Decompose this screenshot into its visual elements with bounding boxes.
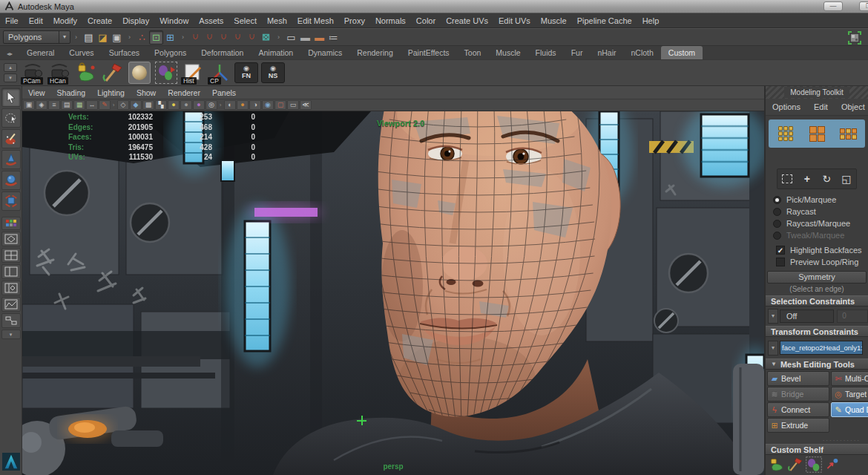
shadows-icon[interactable]: ●: [180, 100, 192, 110]
shelf-tab[interactable]: Muscle: [488, 46, 527, 59]
restore-button[interactable]: ❐: [859, 1, 868, 11]
render-view-icon[interactable]: ▭: [284, 30, 298, 45]
snapshot-share-icon[interactable]: ≪: [300, 100, 312, 110]
chevron-down-icon[interactable]: ▾: [768, 309, 778, 324]
snap-to-curve-icon[interactable]: ∩: [203, 30, 217, 45]
symmetry-button[interactable]: Symmetry: [767, 271, 867, 284]
modeling-toolkit-toggle-icon[interactable]: [847, 30, 862, 45]
shelf-tab[interactable]: Fur: [564, 46, 591, 59]
raycast-radio[interactable]: Raycast: [773, 206, 868, 217]
wireframe-icon[interactable]: ◇: [117, 100, 129, 110]
scale-tool-button[interactable]: ◱: [838, 171, 855, 187]
modeling-toolkit-title-bar[interactable]: Modeling Toolkit: [766, 86, 868, 99]
snap-to-grid-icon[interactable]: ∩: [188, 30, 203, 45]
layout-two-pane-button[interactable]: [1, 264, 21, 279]
layout-hypergraph-button[interactable]: [1, 313, 21, 328]
textured-icon[interactable]: ▩: [142, 100, 154, 110]
multi-cut-button[interactable]: ✄ Multi-Cut: [831, 371, 868, 386]
exposure-icon[interactable]: ◑: [249, 100, 261, 110]
menu-item[interactable]: Assets: [194, 13, 228, 28]
bridge-button[interactable]: ≋ Bridge: [767, 387, 829, 402]
snap-to-point-icon[interactable]: ∩: [217, 30, 231, 45]
vertex-mode-button[interactable]: [772, 122, 799, 145]
menu-item[interactable]: Window: [154, 13, 194, 28]
shelf-tab[interactable]: nHair: [590, 46, 623, 59]
lasso-tool-button[interactable]: [1, 108, 21, 128]
toolbar-collapser[interactable]: ›: [180, 30, 186, 44]
checker-icon[interactable]: ▚: [155, 100, 167, 110]
new-scene-icon[interactable]: ▤: [82, 30, 96, 45]
menu-item[interactable]: Help: [637, 13, 665, 28]
shelf-item-pcam[interactable]: PCam: [20, 60, 45, 85]
shelf-menu-buttons[interactable]: ▴▾: [1, 61, 19, 85]
menu-item[interactable]: Create: [82, 13, 117, 28]
screen-space-ao-icon[interactable]: ●: [193, 100, 205, 110]
menu-item[interactable]: Mesh: [262, 13, 292, 28]
shelf-tab[interactable]: Surfaces: [102, 46, 147, 59]
layout-more-dropdown[interactable]: ▾: [1, 330, 21, 339]
shelf-tab[interactable]: Polygons: [147, 46, 194, 59]
tweak-marquee-radio[interactable]: Tweak/Marquee: [773, 229, 868, 241]
selection-set-shelf-icon[interactable]: [806, 456, 822, 473]
menu-item[interactable]: Display: [117, 13, 154, 28]
select-tool-button[interactable]: [1, 88, 21, 107]
bookmarks-icon[interactable]: ▤: [61, 100, 73, 110]
move-tool-button[interactable]: [1, 150, 21, 169]
image-plane-icon[interactable]: ▦: [73, 100, 85, 110]
minimize-button[interactable]: —: [823, 1, 843, 11]
arrow-shelf-icon[interactable]: [824, 456, 841, 473]
shelf-tab-arrows-icon[interactable]: ◂▸: [0, 48, 19, 59]
shelf-item-hist[interactable]: Hist: [180, 60, 206, 85]
quad-draw-button[interactable]: ✎ Quad Draw: [831, 402, 868, 417]
menu-item[interactable]: Edit Mesh: [292, 13, 339, 28]
layout-graph-persp-button[interactable]: [1, 297, 21, 312]
shelf-tab[interactable]: Deformation: [194, 46, 251, 59]
shelf-item-hcan[interactable]: HCan: [47, 60, 72, 85]
bevel-button[interactable]: ▰ Bevel: [767, 371, 829, 386]
toolbar-collapser[interactable]: ›: [126, 30, 133, 44]
menu-item[interactable]: Modify: [48, 13, 82, 28]
viewport-menu-item[interactable]: View: [22, 86, 51, 99]
shelf-tab[interactable]: Rendering: [349, 46, 400, 59]
axe-shelf-icon[interactable]: [787, 456, 803, 473]
shelf-tab[interactable]: Toon: [457, 46, 489, 59]
menu-item[interactable]: Muscle: [536, 13, 572, 28]
shelf-tab[interactable]: Curves: [62, 46, 101, 59]
shelf-tab[interactable]: Dynamics: [300, 46, 349, 59]
viewport-menu-item[interactable]: Panels: [206, 86, 242, 99]
shelf-item-sculpt-axe[interactable]: [100, 60, 125, 85]
toolbar-collapser[interactable]: ›: [73, 30, 79, 44]
rotate-tool-button[interactable]: ↻: [818, 171, 835, 187]
menu-item[interactable]: Edit UVs: [493, 13, 536, 28]
preview-loop-ring-checkbox[interactable]: Preview Loop/Ring: [776, 256, 868, 268]
mesh-editing-tools-header[interactable]: ▼ Mesh Editing Tools: [766, 358, 868, 370]
make-live-icon[interactable]: ⊠: [259, 30, 273, 45]
move-tool-button[interactable]: +: [799, 171, 815, 187]
snap-to-plane-icon[interactable]: ∩: [245, 30, 259, 45]
gamma-icon[interactable]: ◉: [262, 100, 274, 110]
select-hierarchy-icon[interactable]: ∴: [135, 30, 149, 45]
menu-item[interactable]: Normals: [370, 13, 411, 28]
raycast-marquee-radio[interactable]: Raycast/Marquee: [773, 217, 868, 229]
shelf-tab[interactable]: nCloth: [623, 46, 660, 59]
shelf-item-fn[interactable]: ◉FN: [234, 60, 259, 85]
transform-constraints-header[interactable]: Transform Constraints: [766, 326, 868, 337]
lock-camera-icon[interactable]: ◈: [36, 100, 47, 110]
face-mode-button[interactable]: [835, 122, 861, 145]
ipr-render-icon[interactable]: ▬: [312, 30, 326, 45]
constraint-surface-field[interactable]: face_retopo2Head_only1:Me: [780, 341, 863, 355]
marquee-tool-button[interactable]: [779, 171, 795, 187]
selection-constraints-header[interactable]: Selection Constraints: [766, 295, 868, 307]
resolution-gate-icon[interactable]: ▭: [287, 100, 299, 110]
save-scene-icon[interactable]: ▣: [110, 30, 124, 45]
motion-blur-icon[interactable]: ◎: [206, 100, 217, 110]
shelf-item-selection-set[interactable]: [154, 60, 179, 85]
custom-shelf-header[interactable]: Custom Shelf: [766, 444, 868, 455]
target-weld-button[interactable]: ◎ Target Weld: [831, 387, 868, 402]
snap-to-center-icon[interactable]: ∩: [231, 30, 245, 45]
layout-single-pane-button[interactable]: [1, 232, 21, 246]
shelf-item-sculpt-glove[interactable]: [73, 60, 99, 85]
edge-mode-button[interactable]: [803, 122, 830, 145]
last-tool-button[interactable]: [1, 217, 21, 230]
shaded-icon[interactable]: ◆: [130, 100, 142, 110]
